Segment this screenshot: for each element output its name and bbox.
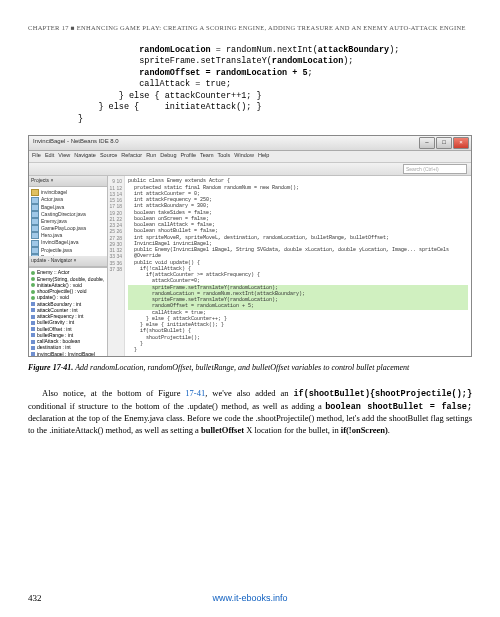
footer-link[interactable]: www.it-ebooks.info — [28, 593, 472, 603]
tree-item[interactable]: InvinciBagel.java — [31, 239, 105, 246]
file-icon — [31, 225, 39, 232]
figure-caption: Figure 17-41. Add randomLocation, random… — [28, 363, 472, 373]
navigator-list[interactable]: Enemy :: ActorEnemy(String, double, doub… — [29, 268, 107, 357]
window-titlebar: InvinciBagel - NetBeans IDE 8.0 – □ × — [29, 136, 471, 151]
tree-item[interactable]: invincibagel — [31, 189, 105, 196]
member-icon — [31, 308, 35, 312]
project-tree[interactable]: invincibagelActor.javaBagel.javaCastingD… — [29, 187, 107, 256]
member-icon — [31, 321, 35, 325]
editor-code-area[interactable]: public class Enemy extends Actor { prote… — [125, 176, 471, 357]
nav-item[interactable]: invinciBagel : InvinciBagel — [31, 351, 105, 357]
code-snippet: randomLocation = randomNum.nextInt(attac… — [78, 45, 472, 125]
file-icon — [31, 218, 39, 225]
member-icon — [31, 302, 35, 306]
tree-item[interactable]: Hero.java — [31, 232, 105, 239]
file-icon — [31, 211, 39, 218]
member-icon — [31, 290, 35, 294]
tree-item[interactable]: Enemy.java — [31, 218, 105, 225]
tree-item[interactable]: CastingDirector.java — [31, 211, 105, 218]
tree-item[interactable]: GamePlayLoop.java — [31, 225, 105, 232]
menu-bar[interactable]: FileEditViewNavigateSourceRefactorRunDeb… — [29, 151, 471, 163]
navigator-panel-header[interactable]: update - Navigator × — [29, 256, 107, 267]
tree-item[interactable]: Bagel.java — [31, 204, 105, 211]
member-icon — [31, 327, 35, 331]
figure-caption-text: Add randomLocation, randomOffset, bullet… — [75, 363, 409, 372]
tree-item[interactable]: Actor.java — [31, 196, 105, 203]
body-paragraph: Also notice, at the bottom of Figure 17-… — [28, 388, 472, 438]
search-input[interactable]: Search (Ctrl+I) — [403, 164, 467, 174]
line-number-gutter: 9 10 11 12 13 14 15 16 17 18 19 20 21 22… — [108, 176, 125, 357]
ide-screenshot: InvinciBagel - NetBeans IDE 8.0 – □ × Fi… — [28, 135, 472, 357]
member-icon — [31, 315, 35, 319]
member-icon — [31, 283, 35, 287]
file-icon — [31, 189, 39, 196]
file-icon — [31, 197, 39, 204]
close-icon[interactable]: × — [453, 137, 469, 149]
maximize-icon[interactable]: □ — [436, 137, 452, 149]
toolbar[interactable]: Search (Ctrl+I) — [29, 163, 471, 176]
member-icon — [31, 340, 35, 344]
figure-number: Figure 17-41. — [28, 363, 73, 372]
tree-item[interactable]: Projectile.java — [31, 247, 105, 254]
file-icon — [31, 204, 39, 211]
file-icon — [31, 247, 39, 254]
nav-item[interactable]: isShooting : boolean — [31, 357, 105, 358]
member-icon — [31, 296, 35, 300]
minimize-icon[interactable]: – — [419, 137, 435, 149]
member-icon — [31, 333, 35, 337]
member-icon — [31, 352, 35, 356]
file-icon — [31, 240, 39, 247]
chapter-header: CHAPTER 17 ■ ENHANCING GAME PLAY: CREATI… — [28, 24, 472, 31]
member-icon — [31, 346, 35, 350]
code-editor[interactable]: 9 10 11 12 13 14 15 16 17 18 19 20 21 22… — [108, 176, 471, 357]
file-icon — [31, 232, 39, 239]
member-icon — [31, 271, 35, 275]
nav-item[interactable]: Enemy(String, double, double, ...) — [31, 276, 105, 282]
member-icon — [31, 277, 35, 281]
projects-panel-header[interactable]: Projects × — [29, 176, 107, 187]
window-title: InvinciBagel - NetBeans IDE 8.0 — [33, 138, 119, 144]
